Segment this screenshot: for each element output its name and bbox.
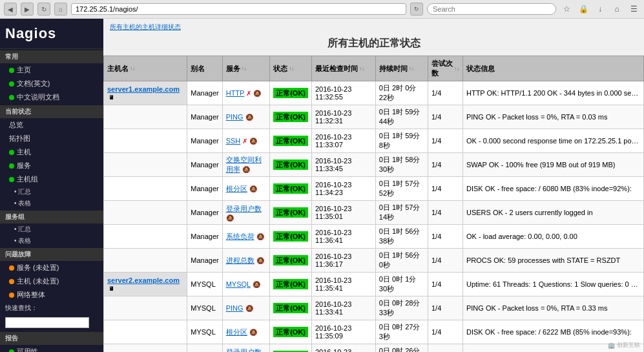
th-duration[interactable]: 持续时间 ↑↓ (375, 56, 428, 81)
flag-icon[interactable]: 🔕 (256, 257, 264, 264)
breadcrumb-link[interactable]: 所有主机的主机详细状态 (110, 23, 181, 30)
watermark-icon: 🏢 (608, 342, 615, 349)
host-cell (104, 344, 187, 353)
info-cell: PING OK - Packet loss = 0%, RTA = 0.03 m… (462, 105, 643, 129)
sidebar-item-services[interactable]: 服务 (0, 159, 103, 172)
flag-icon[interactable]: 🔕 (249, 185, 257, 192)
alias-cell: Manager (187, 177, 222, 201)
th-checktime[interactable]: 最近检查时间 ↑↓ (311, 56, 375, 81)
home-icon2[interactable]: ⌂ (610, 3, 623, 16)
quick-find-input[interactable] (5, 317, 89, 328)
table-body: server1.example.com 🖥ManagerHTTP ✗ 🔕正常(O… (104, 81, 644, 353)
sidebar-item-table2[interactable]: • 表格 (0, 235, 103, 247)
sidebar-item-hosts[interactable]: 主机 (0, 145, 103, 159)
sidebar-item-availability[interactable]: 可用性 (0, 345, 103, 352)
flag-icon[interactable]: 🔕 (242, 166, 250, 173)
sort-icon: ↑↓ (130, 66, 135, 72)
back-button[interactable]: ◀ (4, 3, 17, 16)
ack-icon[interactable]: ✗ (246, 90, 251, 97)
checktime-cell: 2016-10-23 11:36:41 (311, 225, 375, 249)
host-link[interactable]: server1.example.com (107, 85, 180, 93)
download-icon[interactable]: ↓ (594, 3, 607, 16)
sidebar-item-table1[interactable]: • 表格 (0, 198, 103, 209)
url-bar[interactable]: 172.25.25.1/nagios/ (71, 3, 406, 15)
sidebar: Nagios 常用 主页 文档(英文) 中文说明文档 当前状态 总览 拓扑图 主… (0, 19, 103, 352)
service-link[interactable]: 登录用户数 (226, 205, 262, 212)
flag-icon[interactable]: 🔕 (245, 114, 253, 121)
sort-icon: ↑↓ (359, 66, 364, 72)
sidebar-item-docs-cn[interactable]: 中文说明文档 (0, 90, 103, 104)
sidebar-item-network[interactable]: 网络整体 (0, 288, 103, 302)
th-status[interactable]: 状态 ↑↓ (270, 56, 312, 81)
watermark: 🏢 创新互联 (608, 341, 640, 349)
sidebar-label-docs-en: 文档(英文) (17, 79, 50, 88)
table-row: Manager根分区 🔕正常(OK)2016-10-23 11:34:230日 … (104, 177, 644, 201)
page-title: 所有主机的正常状态 (103, 33, 644, 56)
sort-icon: ↑↓ (454, 66, 459, 72)
flag-icon[interactable]: 🔕 (249, 329, 257, 336)
th-alias[interactable]: 别名 (187, 56, 222, 81)
th-info[interactable]: 状态信息 (462, 56, 643, 81)
host-link[interactable]: server2.example.com (107, 276, 180, 284)
host-cell (104, 177, 187, 201)
duration-cell: 0日 1时 58分 30秒 (375, 153, 428, 177)
th-service[interactable]: 服务 ↑↓ (222, 56, 269, 81)
home-button[interactable]: ⌂ (54, 3, 67, 16)
sidebar-item-host-unhandled[interactable]: 主机 (未处置) (0, 274, 103, 288)
th-hostname[interactable]: 主机名 ↑↓ (104, 56, 187, 81)
status-cell: 正常(OK) (270, 129, 312, 153)
host-cell (104, 296, 187, 320)
attempts-cell: 1/4 (428, 225, 462, 249)
service-link[interactable]: MYSQL (226, 280, 251, 288)
service-link[interactable]: PING (226, 304, 244, 312)
sidebar-logo: Nagios (0, 19, 103, 49)
sidebar-item-topology[interactable]: 拓扑图 (0, 132, 103, 145)
service-link[interactable]: 根分区 (226, 185, 247, 192)
refresh-button[interactable]: ↻ (37, 3, 50, 16)
sidebar-item-svc-unhandled[interactable]: 服务 (未处置) (0, 261, 103, 274)
service-link[interactable]: SSH (226, 137, 241, 145)
service-link[interactable]: 进程总数 (226, 256, 254, 264)
alias-cell: Manager (187, 105, 222, 129)
menu-icon[interactable]: ☰ (627, 3, 640, 16)
table-row: Manager登录用户数 🔕正常(OK)2016-10-23 11:35:010… (104, 201, 644, 225)
flag-icon[interactable]: 🔕 (249, 138, 257, 145)
flag-icon[interactable]: 🔕 (256, 233, 264, 240)
forward-button[interactable]: ▶ (21, 3, 34, 16)
service-link[interactable]: HTTP (226, 89, 245, 97)
status-cell: 正常(OK) (270, 177, 312, 201)
sidebar-item-home[interactable]: 主页 (0, 63, 103, 77)
sidebar-item-hostgroups[interactable]: 主机组 (0, 172, 103, 186)
th-attempts[interactable]: 尝试次数 ↑↓ (428, 56, 462, 81)
status-cell: 正常(OK) (270, 81, 312, 105)
service-link[interactable]: PING (226, 113, 244, 121)
checktime-cell: 2016-10-23 11:33:45 (311, 153, 375, 177)
status-cell: 正常(OK) (270, 153, 312, 177)
service-link[interactable]: 根分区 (226, 328, 247, 336)
alias-cell: Manager (187, 129, 222, 153)
search-input[interactable] (427, 3, 556, 15)
bookmark-icon[interactable]: ☆ (560, 3, 573, 16)
flag-icon[interactable]: 🔕 (253, 281, 260, 288)
status-badge: 正常(OK) (273, 303, 308, 313)
alias-cell: MYSQL (187, 320, 222, 344)
lock-icon[interactable]: 🔒 (577, 3, 590, 16)
sidebar-item-summary2[interactable]: • 汇总 (0, 223, 103, 235)
sidebar-item-summary1[interactable]: • 汇总 (0, 186, 103, 198)
info-cell: OK - 0.000 second response time on 172.2… (462, 129, 643, 153)
refresh-icon[interactable]: ↻ (410, 3, 423, 16)
host-cell (104, 129, 187, 153)
sidebar-label-hostgroups: 主机组 (17, 174, 38, 184)
service-link[interactable]: 系统负荷 (226, 233, 254, 240)
flag-icon[interactable]: 🔕 (253, 90, 261, 97)
flag-icon[interactable]: 🔕 (245, 305, 253, 312)
quick-find-label: 快速查找： (0, 302, 103, 315)
sidebar-item-overview[interactable]: 总览 (0, 118, 103, 132)
sidebar-item-docs-en[interactable]: 文档(英文) (0, 77, 103, 90)
alias-cell: Manager (187, 153, 222, 177)
alias-cell: Manager (187, 81, 222, 105)
status-badge: 正常(OK) (273, 327, 308, 337)
flag-icon[interactable]: 🔕 (226, 214, 234, 222)
ack-icon[interactable]: ✗ (242, 138, 247, 145)
service-link[interactable]: 登录用户数 (226, 348, 262, 353)
